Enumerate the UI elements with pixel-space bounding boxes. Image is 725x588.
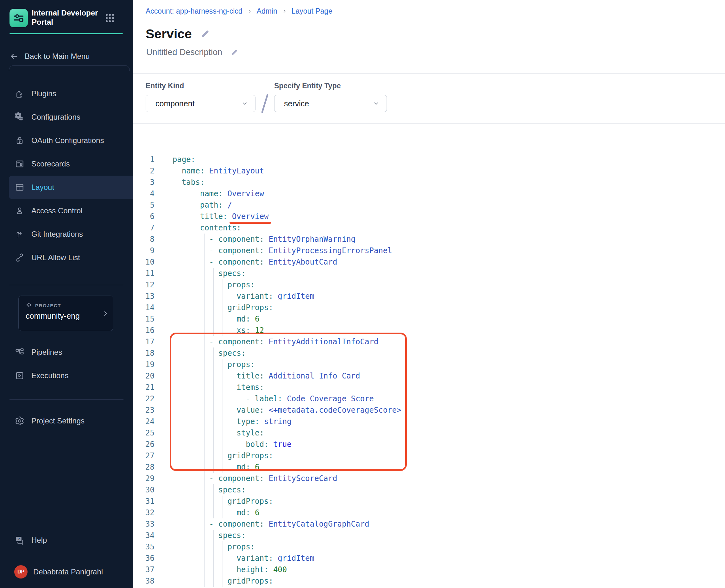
breadcrumb-item[interactable]: Admin: [257, 7, 277, 16]
line-number: 1: [133, 154, 154, 165]
code-line: 28md: 6: [133, 461, 725, 473]
line-number: 4: [133, 188, 154, 200]
line-number: 29: [133, 473, 154, 484]
line-number: 19: [133, 359, 154, 370]
project-eyebrow: PROJECT: [35, 303, 61, 308]
sidebar-item-git-integrations[interactable]: Git Integrations: [0, 223, 133, 246]
code-line: 14gridProps:: [133, 302, 725, 313]
app-window: Internal Developer Portal Back to Main M…: [0, 0, 725, 588]
sidebar-item-layout[interactable]: Layout: [9, 176, 133, 199]
line-number: 30: [133, 484, 154, 496]
sidebar-item-help[interactable]: ?Help: [0, 528, 133, 552]
code-line: 8- component: EntityOrphanWarning: [133, 234, 725, 245]
entity-kind-label: Entity Kind: [146, 82, 184, 90]
code-line: 3tabs:: [133, 176, 725, 188]
line-number: 37: [133, 564, 154, 575]
line-number: 13: [133, 291, 154, 302]
line-number: 14: [133, 302, 154, 313]
code-line: 10- component: EntityAboutCard: [133, 256, 725, 268]
main-content: Account: app-harness-ng-cicdAdminLayout …: [133, 0, 725, 588]
entity-type-select[interactable]: service: [274, 95, 387, 112]
yaml-editor[interactable]: 1page:2name: EntityLayout3tabs:4- name: …: [133, 154, 725, 587]
line-number: 3: [133, 176, 154, 188]
chevron-right-icon: [247, 8, 252, 14]
arrow-left-icon: [9, 52, 18, 61]
layers-icon: [26, 302, 32, 309]
line-number: 16: [133, 325, 154, 336]
project-selector-card[interactable]: PROJECT community-eng: [18, 296, 113, 331]
line-number: 31: [133, 496, 154, 507]
code-line: 32md: 6: [133, 507, 725, 518]
sidebar: Internal Developer Portal Back to Main M…: [0, 0, 133, 588]
code-line: 26bold: true: [133, 439, 725, 450]
code-line: 33- component: EntityCatalogGraphCard: [133, 518, 725, 530]
code-line: 37height: 400: [133, 564, 725, 575]
sidebar-menu-main: PluginsConfigurationsOAuth Configuration…: [0, 82, 133, 269]
line-number: 9: [133, 245, 154, 256]
apps-grid-icon[interactable]: [104, 13, 115, 23]
sidebar-item-label: Project Settings: [32, 417, 85, 425]
code-line: 36variant: gridItem: [133, 552, 725, 564]
line-number: 21: [133, 382, 154, 393]
sidebar-item-label: Git Integrations: [32, 230, 83, 238]
breadcrumb-item[interactable]: Account: app-harness-ng-cicd: [146, 7, 243, 16]
avatar: DP: [14, 565, 27, 579]
code-line: 4- name: Overview: [133, 188, 725, 200]
harness-idp-logo-icon: [9, 9, 28, 27]
line-number: 24: [133, 416, 154, 427]
line-number: 15: [133, 313, 154, 325]
sidebar-item-oauth-configurations[interactable]: OAuth Configurations: [0, 129, 133, 152]
layout-icon: [15, 183, 24, 192]
user-profile[interactable]: DP Debabrata Panigrahi: [0, 560, 133, 584]
line-number: 34: [133, 530, 154, 541]
code-line: 7contents:: [133, 222, 725, 234]
sidebar-menu-settings: Project Settings: [0, 409, 133, 433]
line-number: 5: [133, 200, 154, 211]
code-line: 1page:: [133, 154, 725, 165]
code-line: 31gridProps:: [133, 496, 725, 507]
line-number: 18: [133, 348, 154, 359]
sidebar-item-scorecards[interactable]: Scorecards: [0, 152, 133, 176]
sidebar-menu-help: ?Help: [0, 528, 133, 552]
line-number: 10: [133, 256, 154, 268]
code-line: 25style:: [133, 427, 725, 439]
breadcrumb-item[interactable]: Layout Page: [292, 7, 332, 16]
edit-title-pencil-icon[interactable]: [200, 29, 210, 39]
line-number: 7: [133, 222, 154, 234]
lock-icon: [15, 136, 24, 145]
breadcrumb: Account: app-harness-ng-cicdAdminLayout …: [146, 7, 332, 16]
line-number: 28: [133, 461, 154, 473]
sidebar-item-label: Configurations: [32, 113, 80, 122]
line-number: 32: [133, 507, 154, 518]
code-line: 2name: EntityLayout: [133, 165, 725, 176]
line-number: 20: [133, 370, 154, 382]
edit-description-pencil-icon[interactable]: [230, 49, 238, 56]
page-title: Service: [146, 26, 192, 41]
sidebar-item-label: OAuth Configurations: [32, 136, 104, 145]
code-line: 11specs:: [133, 268, 725, 279]
code-line: 15md: 6: [133, 313, 725, 325]
entity-kind-value: component: [156, 99, 241, 108]
code-line: 6title: Overview: [133, 211, 725, 222]
sidebar-item-url-allow-list[interactable]: URL Allow List: [0, 246, 133, 269]
sidebar-menu-project: PipelinesExecutions: [0, 340, 133, 387]
code-line: 23value: <+metadata.codeCoverageScore>: [133, 404, 725, 416]
link-icon: [15, 253, 24, 262]
sidebar-item-project-settings[interactable]: Project Settings: [0, 409, 133, 433]
entity-kind-select[interactable]: component: [146, 95, 255, 112]
code-line: 19props:: [133, 359, 725, 370]
code-line: 20title: Additional Info Card: [133, 370, 725, 382]
sidebar-item-pipelines[interactable]: Pipelines: [0, 340, 133, 364]
branch-icon: [15, 229, 24, 239]
code-line: 16xs: 12: [133, 325, 725, 336]
sidebar-item-access-control[interactable]: Access Control: [0, 199, 133, 223]
play-square-icon: [15, 371, 24, 380]
sidebar-item-executions[interactable]: Executions: [0, 364, 133, 387]
line-number: 23: [133, 404, 154, 416]
back-to-main-menu[interactable]: Back to Main Menu: [9, 49, 89, 63]
sidebar-item-label: URL Allow List: [32, 253, 80, 262]
sidebar-item-configurations[interactable]: Configurations: [0, 105, 133, 129]
sidebar-item-plugins[interactable]: Plugins: [0, 82, 133, 105]
line-number: 33: [133, 518, 154, 530]
line-number: 8: [133, 234, 154, 245]
